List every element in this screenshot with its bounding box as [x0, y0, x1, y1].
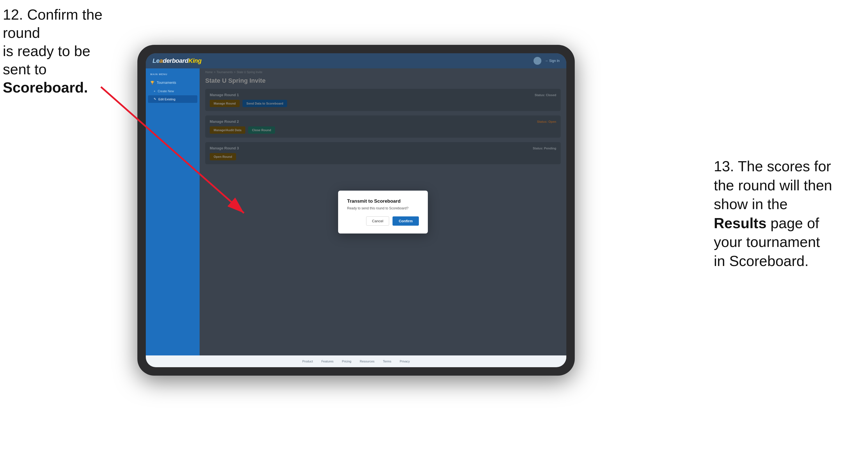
main-layout: MAIN MENU 🏆 Tournaments + Create New ✎ E… — [146, 68, 566, 355]
nav-right: → Sign In — [533, 57, 560, 65]
footer: Product Features Pricing Resources Terms… — [146, 355, 566, 367]
footer-privacy[interactable]: Privacy — [400, 360, 410, 363]
footer-features[interactable]: Features — [321, 360, 333, 363]
modal-overlay: Transmit to Scoreboard Ready to send thi… — [199, 68, 566, 355]
modal-actions: Cancel Confirm — [347, 216, 419, 226]
annotation-line2: is ready to be sent to — [3, 43, 90, 77]
avatar — [533, 57, 541, 65]
footer-terms[interactable]: Terms — [383, 360, 392, 363]
sidebar-item-tournaments[interactable]: 🏆 Tournaments — [146, 78, 199, 88]
logo: LeaderboardKing — [153, 57, 202, 64]
annotation-right-bold: Results — [714, 215, 767, 231]
sign-in-button[interactable]: → Sign In — [545, 59, 560, 63]
main-menu-label: MAIN MENU — [146, 73, 199, 78]
modal-subtitle: Ready to send this round to Scoreboard? — [347, 206, 419, 210]
footer-pricing[interactable]: Pricing — [342, 360, 351, 363]
top-navigation: LeaderboardKing → Sign In — [146, 53, 566, 68]
annotation-line1: 12. Confirm the round — [3, 6, 103, 41]
modal-title: Transmit to Scoreboard — [347, 198, 419, 204]
footer-product[interactable]: Product — [302, 360, 313, 363]
sidebar-tournaments-label: Tournaments — [157, 81, 176, 85]
edit-icon: ✎ — [154, 97, 156, 101]
annotation-right-line3: show in the — [714, 196, 787, 212]
trophy-icon: 🏆 — [150, 81, 154, 85]
tablet-screen: LeaderboardKing → Sign In MAIN MENU 🏆 To… — [146, 53, 566, 367]
transmit-modal: Transmit to Scoreboard Ready to send thi… — [338, 191, 428, 234]
annotation-right-line5: your tournament — [714, 234, 820, 250]
footer-resources[interactable]: Resources — [360, 360, 375, 363]
content-area: Home > Tournaments > State U Spring Invi… — [199, 68, 566, 355]
sidebar-item-create-new[interactable]: + Create New — [146, 88, 199, 95]
annotation-line3: Scoreboard. — [3, 79, 88, 96]
sidebar-create-new-label: Create New — [158, 89, 174, 93]
annotation-step-13: 13. The scores for the round will then s… — [714, 157, 860, 271]
annotation-right-line1: 13. The scores for — [714, 158, 831, 174]
sidebar: MAIN MENU 🏆 Tournaments + Create New ✎ E… — [146, 68, 199, 355]
sidebar-item-edit-existing[interactable]: ✎ Edit Existing — [148, 95, 197, 103]
annotation-right-line6: in Scoreboard. — [714, 253, 809, 269]
annotation-step-12: 12. Confirm the round is ready to be sen… — [3, 6, 121, 97]
confirm-button[interactable]: Confirm — [393, 216, 419, 226]
sidebar-edit-existing-label: Edit Existing — [158, 98, 176, 101]
tablet-device: LeaderboardKing → Sign In MAIN MENU 🏆 To… — [137, 45, 575, 376]
annotation-right-line4r: page of — [767, 215, 819, 231]
annotation-right-line2: the round will then — [714, 177, 832, 193]
plus-icon: + — [154, 89, 155, 93]
cancel-button[interactable]: Cancel — [366, 216, 389, 226]
